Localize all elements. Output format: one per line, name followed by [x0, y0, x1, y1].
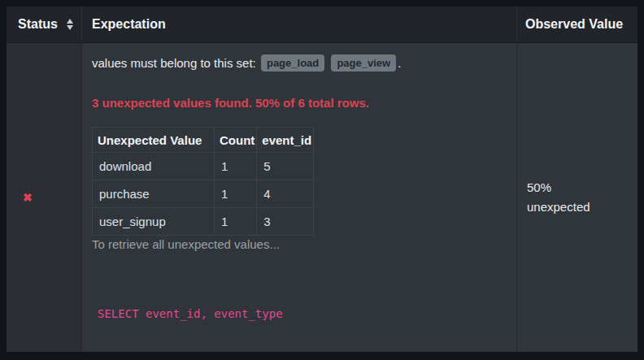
validation-results-page: Status Expectation Observed Value ✖ valu… — [0, 0, 644, 360]
expectation-description-suffix: . — [398, 56, 401, 70]
validation-table: Status Expectation Observed Value ✖ valu… — [7, 7, 637, 352]
sort-down-arrow-icon — [67, 25, 73, 30]
column-header-expectation[interactable]: Expectation — [82, 7, 517, 42]
unexpected-value-cell: download — [93, 153, 215, 180]
observed-value-cell: 50% unexpected — [517, 43, 637, 352]
event-id-cell: 4 — [257, 180, 314, 208]
status-cell: ✖ — [7, 43, 82, 352]
unexpected-table-header-row: Unexpected Value Count event_id — [93, 128, 314, 153]
table-row: user_signup 1 3 — [93, 208, 314, 236]
failed-status-x-icon: ✖ — [23, 192, 33, 203]
expectation-result-row: ✖ values must belong to this set: page_l… — [7, 43, 637, 352]
table-row: purchase 1 4 — [93, 180, 314, 208]
unexpected-value-cell: user_signup — [93, 208, 215, 236]
expectation-description: values must belong to this set: page_loa… — [92, 54, 503, 72]
count-column-header: Count — [215, 128, 257, 153]
expectation-description-text: values must belong to this set: — [92, 56, 256, 70]
table-header-row: Status Expectation Observed Value — [7, 7, 637, 43]
status-header-label: Status — [18, 17, 58, 32]
sort-icon[interactable] — [67, 19, 73, 30]
expectation-cell: values must belong to this set: page_loa… — [82, 43, 517, 352]
column-header-observed-value[interactable]: Observed Value — [517, 7, 637, 42]
event-id-cell: 3 — [257, 208, 314, 236]
unexpected-value-column-header: Unexpected Value — [93, 128, 215, 153]
value-set-badge: page_view — [331, 54, 396, 72]
value-set-badge: page_load — [261, 54, 324, 72]
count-cell: 1 — [215, 153, 257, 180]
observed-value-header-label: Observed Value — [525, 17, 623, 32]
event-id-cell: 5 — [257, 153, 314, 180]
unexpected-summary-text: 3 unexpected values found. 50% of 6 tota… — [92, 94, 503, 112]
count-cell: 1 — [215, 208, 257, 236]
sort-up-arrow-icon — [67, 19, 73, 24]
unexpected-values-table: Unexpected Value Count event_id download… — [92, 127, 314, 236]
column-header-status[interactable]: Status — [7, 7, 82, 42]
sql-query-code-block: SELECT event_id, event_type FROM event_n… — [92, 259, 503, 352]
sql-line: SELECT event_id, event_type — [98, 303, 503, 325]
event-id-column-header: event_id — [257, 128, 314, 153]
expectation-header-label: Expectation — [92, 17, 166, 32]
observed-value-text: 50% unexpected — [527, 178, 598, 217]
unexpected-value-cell: purchase — [93, 180, 215, 208]
retrieve-unexpected-hint: To retrieve all unexpected values... — [92, 236, 503, 253]
table-row: download 1 5 — [93, 153, 314, 180]
count-cell: 1 — [215, 180, 257, 208]
